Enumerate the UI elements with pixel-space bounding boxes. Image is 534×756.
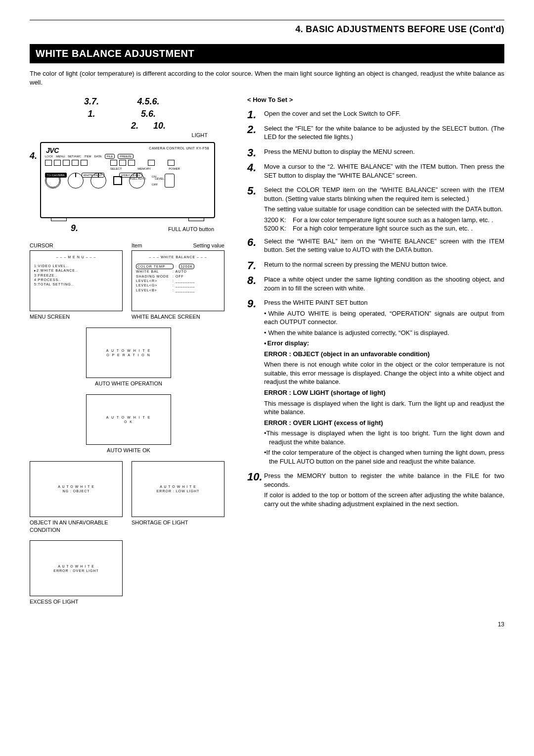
- white-balance-screen: – – – WHITE BALANCE – – – COLOR TEMP:320…: [132, 250, 224, 311]
- menu-item: 3:FREEZE..: [34, 273, 118, 278]
- error-bullet: This message is displayed when the light…: [264, 429, 504, 446]
- auto-white-operation-screen: A U T O W H I T E O P E R A T I O N: [86, 328, 171, 378]
- callout-10: 10.: [153, 120, 166, 132]
- error-over-light-screen: A U T O W H I T E ERROR : OVER LIGHT: [30, 540, 123, 596]
- step-number: 7.: [247, 260, 264, 271]
- light-label: LIGHT: [37, 132, 208, 139]
- wb-key: LEVEL<R>: [136, 279, 171, 283]
- menu-item: 1:VIDEO LEVEL..: [34, 264, 118, 268]
- power-label: POWER: [169, 167, 180, 171]
- top-rule: [30, 20, 504, 20]
- memory-label: MEMORY: [137, 167, 151, 171]
- btn-icon: [72, 160, 79, 166]
- screen-text: A U T O W H I T E: [160, 484, 196, 489]
- set-label: SET/AWC: [68, 154, 81, 158]
- error-heading: ERROR : OBJECT (object in an unfavorable…: [264, 350, 504, 359]
- btn-icon: [128, 160, 135, 166]
- file-label: FILE: [105, 154, 115, 159]
- auto-white-ok-screen: A U T O W H I T E O K: [86, 394, 171, 445]
- callout-456: 4.5.6.: [116, 95, 180, 107]
- page-number: 13: [30, 620, 504, 628]
- wb-screen-title: – – – WHITE BALANCE – – –: [136, 255, 220, 259]
- shortage-caption: SHORTAGE OF LIGHT: [132, 519, 224, 526]
- callout-4: 4.: [30, 150, 37, 162]
- chapter-title: 4. BASIC ADJUSTMENTS BEFORE USE (Cont'd): [30, 23, 504, 35]
- intro-text: The color of light (color temperature) i…: [30, 69, 504, 87]
- step-text: Select the “WHITE BAL” item on the “WHIT…: [264, 237, 504, 254]
- btn-icon: [45, 160, 52, 166]
- step-number: 9.: [247, 298, 264, 468]
- wb-val: 3200K: [179, 264, 194, 269]
- step-text: Place a white object under the same ligh…: [264, 275, 504, 292]
- wb-val: : ________: [173, 279, 195, 283]
- menu-screen: – – – M E N U – – – 1:VIDEO LEVEL.. ▸2:W…: [30, 250, 123, 311]
- knob-icon: [90, 173, 106, 189]
- callout-2: 2.: [131, 120, 138, 132]
- btn-icon: [63, 160, 70, 166]
- step-number: 10.: [247, 472, 264, 510]
- wb-key: SHADING MODE: [136, 274, 171, 279]
- btn-icon: [168, 160, 175, 166]
- menu-screen-caption: MENU SCREEN: [30, 313, 123, 321]
- wb-val: : ________: [173, 283, 195, 287]
- step-text: The setting value suitable for usage con…: [264, 205, 504, 214]
- power-switch-icon: [165, 174, 175, 188]
- error-low-light-screen: A U T O W H I T E ERROR : LOW LIGHT: [132, 461, 224, 517]
- step-number: 2.: [247, 124, 264, 143]
- off-label: OFF: [152, 183, 158, 187]
- err-object-caption: OBJECT IN AN UNFAVORABLE CONDITION: [30, 519, 114, 534]
- error-text: This message is displayed when the light…: [264, 399, 504, 417]
- auto-white-op-caption: AUTO WHITE OPERATION: [30, 380, 227, 387]
- temp-desc: For a low color temperature light source…: [293, 216, 504, 225]
- wb-val: : ________: [173, 288, 195, 292]
- step-text: Press the MEMORY button to register the …: [264, 472, 504, 489]
- select-label: SELECT: [110, 167, 122, 171]
- menu-item: ▸2:WHITE BALANCE..: [34, 268, 118, 273]
- wb-key: WHITE BAL: [136, 269, 171, 274]
- knob-icon: [68, 173, 84, 189]
- step-text: Move a cursor to the “2. WHITE BALANCE” …: [264, 162, 504, 180]
- control-panel-diagram: JVC CAMERA CONTROL UNIT KY-F58 LOCK MENU…: [40, 142, 215, 218]
- excess-caption: EXCESS OF LIGHT: [30, 598, 227, 606]
- btn-icon: [110, 160, 117, 166]
- callout-56: 5.6.: [116, 108, 180, 120]
- freeze-label: FREEZE: [118, 154, 134, 159]
- lock-label: LOCK: [45, 154, 53, 158]
- btn-icon: [81, 160, 88, 166]
- screen-text: A U T O W H I T E: [58, 484, 94, 489]
- step-bullet: When the white balance is adjusted corre…: [264, 329, 504, 337]
- screen-text: A U T O W H I T E: [106, 415, 151, 420]
- step-text: Press the MENU button to display the MEN…: [264, 147, 504, 156]
- wb-val: : AUTO: [173, 269, 187, 274]
- wb-key: COLOR TEMP: [136, 264, 174, 269]
- figures-column: 4. 3.7. 1. 4.5.6. 5.6. 2. 10.: [30, 95, 227, 606]
- item-label: ITEM: [84, 154, 91, 158]
- panel-model: CAMERA CONTROL UNIT KY-F58: [149, 146, 209, 150]
- screen-text: ERROR : LOW LIGHT: [157, 489, 200, 493]
- error-bullet: If the color temperature of the object i…: [264, 448, 504, 466]
- callout-9: 9.: [71, 222, 78, 234]
- screen-text: O K: [124, 420, 133, 424]
- error-heading: ERROR : OVER LIGHT (excess of light): [264, 419, 504, 427]
- error-heading: ERROR : LOW LIGHT (shortage of light): [264, 388, 504, 397]
- menu-screen-title: – – – M E N U – – –: [34, 255, 118, 259]
- menu-label: MENU: [56, 154, 65, 158]
- connector-icon: [45, 173, 61, 189]
- step-text: Open the cover and set the Lock Switch t…: [264, 109, 504, 118]
- wb-key: LEVEL<G>: [136, 283, 171, 287]
- step-number: 5.: [247, 186, 264, 233]
- error-object-screen: A U T O W H I T E NG : OBJECT: [30, 461, 123, 517]
- step-number: 6.: [247, 237, 264, 256]
- step-text: Press the WHITE PAINT SET button: [264, 298, 504, 307]
- step-number: 4.: [247, 162, 264, 182]
- wb-key: LEVEL<B>: [136, 288, 171, 292]
- btn-icon: [54, 160, 61, 166]
- step-text: Return to the normal screen by pressing …: [264, 260, 504, 269]
- full-auto-button-icon: [113, 176, 122, 185]
- screen-text: ERROR : OVER LIGHT: [53, 568, 99, 573]
- on-label: ON: [152, 175, 158, 179]
- auto-white-ok-caption: AUTO WHITE OK: [30, 447, 227, 454]
- wb-screen-caption: WHITE BALANCE SCREEN: [132, 313, 224, 321]
- wb-val: : OFF: [173, 274, 184, 279]
- step-text: Select the “FILE” for the white balance …: [264, 124, 504, 142]
